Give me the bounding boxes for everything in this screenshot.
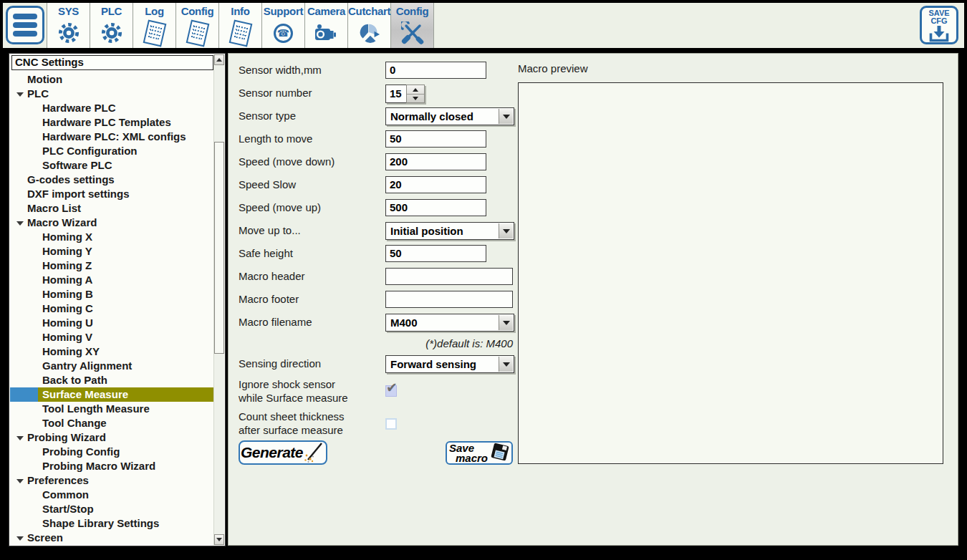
save-cfg-label-line2: CFG bbox=[922, 17, 956, 25]
tools-icon bbox=[391, 19, 433, 47]
dropdown-arrow-button[interactable] bbox=[499, 357, 513, 372]
tree-item-plc[interactable]: PLC bbox=[10, 87, 214, 101]
spin-value[interactable]: 15 bbox=[385, 85, 407, 103]
tab-camera[interactable]: Camera bbox=[305, 3, 348, 48]
tree-item-label: Probing Macro Wizard bbox=[42, 459, 155, 473]
tree-item-screen[interactable]: Screen bbox=[10, 531, 214, 545]
scrollbar-thumb[interactable] bbox=[214, 142, 224, 354]
tree-item-back-to-path[interactable]: Back to Path bbox=[10, 373, 214, 387]
checkbox-count-sheet-thickness[interactable] bbox=[385, 418, 397, 430]
dropdown-arrow-button[interactable] bbox=[499, 223, 513, 238]
tree-item-hardware-plc-xml-configs[interactable]: Hardware PLC: XML configs bbox=[10, 130, 214, 144]
input-safe-height[interactable]: 50 bbox=[385, 245, 486, 262]
tree-item-probing-macro-wizard[interactable]: Probing Macro Wizard bbox=[10, 459, 214, 473]
checkbox-ignore-shock-sensor[interactable] bbox=[385, 385, 397, 397]
spin-down-button[interactable] bbox=[407, 94, 424, 102]
tree-item-homing-c[interactable]: Homing C bbox=[10, 301, 214, 316]
tree-item-common[interactable]: Common bbox=[10, 488, 214, 502]
dropdown-arrow-button[interactable] bbox=[499, 109, 513, 124]
tree-item-g-codes-settings[interactable]: G-codes settings bbox=[10, 173, 214, 187]
tree-item-tool-length-measure[interactable]: Tool Length Measure bbox=[10, 402, 214, 416]
select-sensor-type[interactable]: Normally closed bbox=[385, 107, 514, 125]
save-macro-button[interactable]: Save macro bbox=[446, 441, 513, 465]
tree-scrollbar[interactable] bbox=[213, 54, 224, 545]
tree-item-plc-configuration[interactable]: PLC Configuration bbox=[10, 144, 214, 158]
tab-config-files[interactable]: Config bbox=[176, 3, 219, 48]
input-macro-header[interactable] bbox=[385, 268, 513, 285]
select-macro-filename[interactable]: M400 bbox=[385, 314, 514, 332]
dropdown-arrow-button[interactable] bbox=[499, 315, 513, 330]
label-safe-height: Safe height bbox=[239, 246, 293, 260]
tree-item-homing-z[interactable]: Homing Z bbox=[10, 259, 214, 273]
macro-preview-label: Macro preview bbox=[518, 62, 588, 74]
tree-item-label: Hardware PLC: XML configs bbox=[42, 130, 186, 144]
input-speed-move-down[interactable]: 200 bbox=[385, 153, 486, 170]
tree-item-surface-measure[interactable]: Surface Measure bbox=[10, 387, 214, 402]
tree-expander-icon[interactable] bbox=[16, 92, 24, 97]
tab-support[interactable]: Support ☎ bbox=[262, 3, 305, 48]
input-macro-footer[interactable] bbox=[385, 291, 513, 308]
tab-log[interactable]: Log bbox=[133, 3, 176, 48]
tree-expander-icon[interactable] bbox=[16, 436, 24, 440]
tree-item-macro-wizard[interactable]: Macro Wizard bbox=[10, 216, 214, 230]
input-length-to-move[interactable]: 50 bbox=[385, 130, 486, 148]
tree-expander-icon[interactable] bbox=[16, 536, 24, 541]
tree-item-motion[interactable]: Motion bbox=[10, 72, 214, 87]
tree-item-start-stop[interactable]: Start/Stop bbox=[10, 502, 214, 516]
tree-item-label: Probing Wizard bbox=[27, 430, 106, 445]
tab-cutchart[interactable]: Cutchart bbox=[348, 3, 391, 48]
tab-plc[interactable]: PLC bbox=[90, 3, 133, 48]
tree-item-label: Homing Y bbox=[42, 244, 92, 259]
tree-item-preferences[interactable]: Preferences bbox=[10, 473, 214, 488]
document-icon bbox=[176, 19, 218, 47]
select-sensing-direction[interactable]: Forward sensing bbox=[385, 355, 514, 373]
tree-item-hardware-plc[interactable]: Hardware PLC bbox=[10, 101, 214, 115]
tree-item-homing-b[interactable]: Homing B bbox=[10, 287, 214, 301]
scroll-down-button[interactable] bbox=[214, 534, 224, 545]
tree-item-homing-xy[interactable]: Homing XY bbox=[10, 344, 214, 359]
tree-root-header[interactable]: CNC Settings bbox=[11, 55, 213, 70]
input-speed-slow[interactable]: 20 bbox=[385, 176, 486, 193]
scroll-up-button[interactable] bbox=[214, 54, 224, 65]
floppy-disk-icon bbox=[490, 442, 510, 464]
tab-sys[interactable]: SYS bbox=[47, 3, 90, 48]
tree-item-probing-config[interactable]: Probing Config bbox=[10, 445, 214, 459]
download-icon bbox=[922, 26, 956, 44]
tab-info[interactable]: Info bbox=[219, 3, 262, 48]
select-value: Forward sensing bbox=[390, 358, 476, 370]
input-sensor-width-mm[interactable]: 0 bbox=[385, 62, 486, 79]
select-move-up-to[interactable]: Initial position bbox=[385, 222, 514, 240]
tree-item-tool-change[interactable]: Tool Change bbox=[10, 416, 214, 430]
menu-button[interactable] bbox=[6, 6, 44, 44]
save-cfg-button[interactable]: SAVE CFG bbox=[920, 6, 958, 44]
tree-item-probing-wizard[interactable]: Probing Wizard bbox=[10, 430, 214, 445]
macro-preview-area[interactable] bbox=[518, 82, 943, 464]
tree-item-homing-y[interactable]: Homing Y bbox=[10, 244, 214, 259]
label-move-up-to: Move up to... bbox=[239, 223, 301, 237]
tree-item-homing-u[interactable]: Homing U bbox=[10, 316, 214, 330]
generate-button[interactable]: Generate bbox=[239, 440, 327, 465]
tree-item-label: PLC Configuration bbox=[42, 144, 137, 158]
tree-item-label: G-codes settings bbox=[27, 173, 115, 187]
input-speed-move-up[interactable]: 500 bbox=[385, 199, 486, 216]
tab-label: SYS bbox=[47, 5, 90, 17]
tree-expander-icon[interactable] bbox=[16, 479, 24, 483]
tree-item-homing-v[interactable]: Homing V bbox=[10, 330, 214, 344]
tab-config-active[interactable]: Config bbox=[391, 3, 434, 48]
tree-item-gantry-alignment[interactable]: Gantry Alignment bbox=[10, 359, 214, 373]
tree-item-shape-library-settings[interactable]: Shape Library Settings bbox=[10, 516, 214, 531]
tree-item-dxf-import-settings[interactable]: DXF import settings bbox=[10, 187, 214, 201]
pie-chart-icon bbox=[348, 19, 390, 47]
tab-label: Log bbox=[133, 5, 175, 17]
tree-item-homing-a[interactable]: Homing A bbox=[10, 273, 214, 287]
tree-item-macro-list[interactable]: Macro List bbox=[10, 201, 214, 216]
label-speed-slow: Speed Slow bbox=[239, 178, 296, 191]
label-macro-header: Macro header bbox=[239, 269, 305, 283]
tab-label: Info bbox=[219, 5, 261, 17]
tree-item-homing-x[interactable]: Homing X bbox=[10, 230, 214, 244]
spin-buttons bbox=[406, 85, 425, 103]
tree-item-software-plc[interactable]: Software PLC bbox=[10, 158, 214, 173]
tree-expander-icon[interactable] bbox=[16, 221, 24, 226]
tree-item-hardware-plc-templates[interactable]: Hardware PLC Templates bbox=[10, 115, 214, 130]
spinbox-sensor-number[interactable]: 15 bbox=[385, 85, 425, 103]
